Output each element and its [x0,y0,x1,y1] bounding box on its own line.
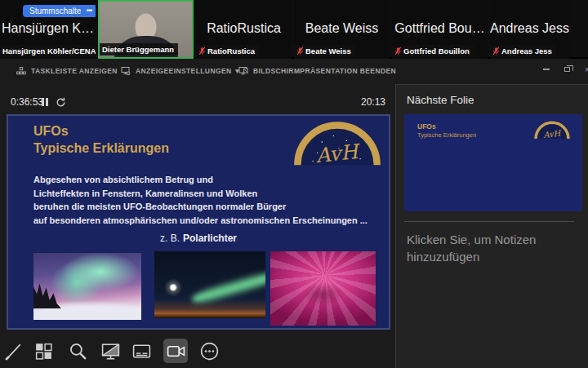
display-settings-button[interactable]: ANZEIGEEINSTELLUNGEN ▼ [121,66,241,76]
participant-tile-beate[interactable]: Beate Weiss Beate Weiss [294,0,390,59]
annotation-toolbar [0,330,394,368]
restart-icon [56,97,66,108]
body-line: Abgesehen von absichtlichem Betrug und [33,173,368,187]
participant-tile-ratiorustica[interactable]: RatioRustica RatioRustica [196,0,292,59]
pen-icon [3,341,24,361]
pause-icon [42,98,44,106]
body-line: Lichteffekten in Fenstern, Kameralinsen … [33,187,368,201]
slide-sorter-icon [33,341,54,361]
mic-muted-icon [492,47,500,55]
participant-label: RatioRustica [196,45,259,57]
astronomy-club-logo: ASTRONOMIEVEREIN HUMBOLDT BAYREUTH e.V. … [291,119,384,166]
presenter-toolbar: TASKLEISTE ANZEIGEN ANZEIGEEINSTELLUNGEN… [0,60,588,84]
thumbnail-slide-subtitle: Typische Erklärungen [417,131,476,139]
show-taskbar-label: TASKLEISTE ANZEIGEN [31,67,118,75]
display-settings-icon [121,66,131,76]
mic-muted-icon [296,47,304,55]
restart-timer-button[interactable] [56,97,66,108]
participant-label: Dieter Brüggemann [100,43,178,55]
show-taskbar-button[interactable]: TASKLEISTE ANZEIGEN [16,66,118,76]
example-term: Polarlichter [183,233,237,244]
presenter-view-window: Hansjürgen K… Hansjürgen Köhler/CENAP St… [0,0,588,368]
participant-tile-hansjuergen[interactable]: Hansjürgen K… Hansjürgen Köhler/CENAP St… [0,0,96,59]
next-slide-header: Nächste Folie [407,94,474,106]
ellipsis-icon [199,341,220,361]
elapsed-time: 0:36:53 [11,96,43,108]
black-screen-button[interactable] [98,339,122,363]
black-screen-icon [100,341,121,361]
example-prefix: z. B. [160,233,180,244]
camera-button[interactable] [163,339,188,363]
slide-canvas[interactable]: UFOs Typische Erklärungen ASTRONOMIEVERE… [7,114,390,330]
participant-name: Gottfried Bou… [392,21,488,36]
window-restore-button[interactable] [561,64,572,75]
participant-label: Hansjürgen Köhler/CENAP [0,45,96,57]
body-line: auf besonderen atmosphärischen und/oder … [33,214,368,228]
timer-row: 0:36:53 20:13 [0,91,390,114]
next-slide-thumbnail[interactable]: UFOs Typische Erklärungen AvH [404,114,582,211]
camera-icon [166,341,186,361]
thumbnail-club-logo: AvH [533,120,571,140]
more-options-button[interactable]: ••• [81,5,96,17]
end-presentation-button[interactable]: BILDSCHIRMPRÄSENTATION BEENDEN [238,66,396,76]
window-minimize-button[interactable] [541,64,552,75]
thumbnail-slide-title: UFOs [417,122,436,131]
participant-label: Andreas Jess [490,45,556,57]
participant-name: Andreas Jess [490,21,569,36]
participant-tile-dieter[interactable]: Dieter Brüggemann [98,0,194,59]
notes-divider [404,221,574,222]
end-presentation-icon [238,66,248,76]
slide-title: UFOs [33,124,69,139]
slide-image-aurora-green-snow [33,253,141,320]
captions-icon [131,341,152,361]
slide-image-aurora-pink-corona [270,251,376,326]
captions-button[interactable] [129,339,154,363]
pause-timer-button[interactable] [40,98,50,107]
participant-name: Hansjürgen K… [0,21,96,36]
notes-placeholder[interactable]: Klicken Sie, um Notizen hinzuzufügen [407,231,562,265]
taskbar-icon [16,66,26,76]
participant-tile-andreas[interactable]: Andreas Jess Andreas Jess [490,0,569,59]
window-close-button[interactable]: × [581,64,588,75]
mic-muted-icon [198,47,206,55]
slide-sorter-button[interactable] [31,339,56,363]
zoom-tool-button[interactable] [65,339,90,363]
display-settings-label: ANZEIGEEINSTELLUNGEN ▼ [136,67,241,75]
slide-image-aurora-band-moon [154,251,265,318]
end-presentation-label: BILDSCHIRMPRÄSENTATION BEENDEN [253,67,396,75]
slide-body-text: Abgesehen von absichtlichem Betrug und L… [33,173,368,227]
participant-label: Gottfried Bouillon [392,45,474,57]
magnifier-icon [68,341,88,361]
body-line: beruhen die meisten UFO-Beobachtungen no… [33,200,368,214]
participant-strip: Hansjürgen K… Hansjürgen Köhler/CENAP St… [0,0,588,59]
clock-time: 20:13 [350,96,385,108]
mic-muted-icon [394,47,402,55]
participant-tile-gottfried[interactable]: Gottfried Bou… Gottfried Bouillon [392,0,488,59]
restore-icon [564,67,570,72]
minimize-icon [543,69,550,70]
window-controls: × [541,64,586,75]
slide-subtitle: Typische Erklärungen [33,141,169,156]
slide-example-caption: z. B.Polarlichter [8,233,389,244]
pen-tool-button[interactable] [1,339,25,363]
more-tools-button[interactable] [197,339,221,363]
participant-name: Beate Weiss [294,21,390,36]
next-slide-panel: Nächste Folie UFOs Typische Erklärungen … [395,84,588,368]
svg-text:AvH: AvH [314,140,362,166]
participant-label: Beate Weiss [294,45,355,57]
participant-name: RatioRustica [196,21,292,36]
